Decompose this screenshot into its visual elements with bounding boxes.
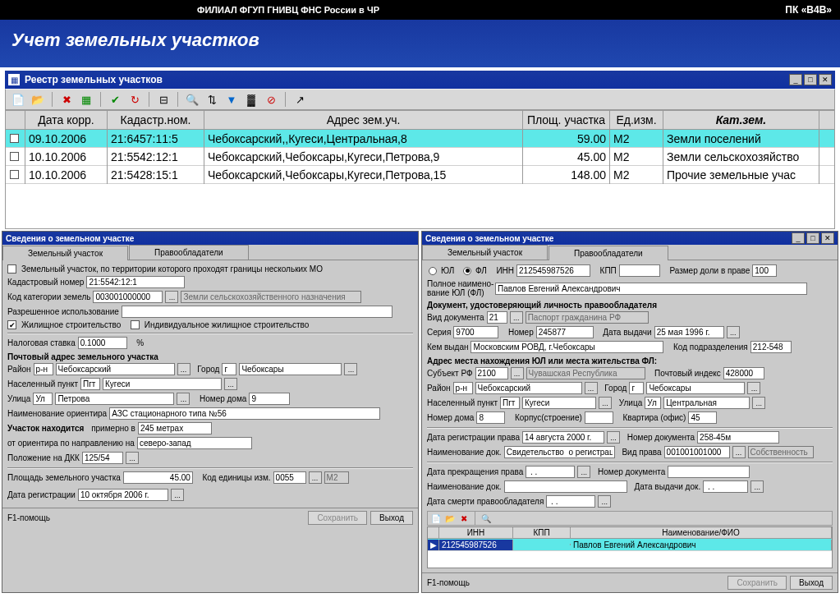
filter-icon[interactable]: ▼: [223, 91, 241, 108]
inp-num[interactable]: [536, 326, 594, 338]
btn-enddocdate[interactable]: ...: [750, 480, 764, 493]
btn-exit-left[interactable]: Выход: [370, 511, 413, 525]
row-checkbox[interactable]: [10, 170, 19, 179]
inp-docname2[interactable]: [504, 446, 615, 458]
m-open[interactable]: 📂: [443, 513, 457, 524]
row-checkbox[interactable]: [10, 134, 19, 143]
inp-dist[interactable]: [138, 422, 212, 434]
cancel-icon[interactable]: ⊘: [262, 91, 280, 108]
inp-share[interactable]: [752, 264, 777, 277]
chk-housing[interactable]: ✔: [7, 320, 16, 329]
color-icon[interactable]: ▓: [242, 91, 260, 108]
find-icon[interactable]: 🔍: [183, 91, 201, 108]
r-inp-np[interactable]: [522, 397, 596, 409]
inp-dir[interactable]: [137, 437, 252, 449]
col-address[interactable]: Адрес зем.уч.: [204, 111, 523, 129]
r-inp-np-pre[interactable]: [500, 397, 520, 409]
btn-save-left[interactable]: Сохранить: [308, 511, 367, 525]
col-date[interactable]: Дата корр.: [25, 111, 108, 129]
btn-save-right[interactable]: Сохранить: [728, 576, 787, 590]
inp-doctype[interactable]: [487, 311, 507, 324]
inp-rtype[interactable]: [664, 446, 730, 458]
btn-issued[interactable]: ...: [727, 326, 740, 338]
inp-enddocnum[interactable]: [668, 466, 750, 478]
mcol-name[interactable]: Наименование/ФИО: [571, 527, 832, 538]
r-close[interactable]: ✕: [821, 232, 834, 244]
inp-docnum[interactable]: [697, 431, 779, 444]
maximize-button[interactable]: □: [804, 74, 817, 85]
btn-city[interactable]: ...: [344, 363, 357, 375]
btn-subj[interactable]: ...: [511, 367, 524, 379]
export-icon[interactable]: ↗: [291, 91, 309, 108]
radio-ul[interactable]: [429, 267, 437, 275]
r-btn-np[interactable]: ...: [599, 397, 612, 409]
col-unit[interactable]: Ед.изм.: [610, 111, 663, 129]
inp-unitcode[interactable]: [273, 471, 306, 484]
btn-rayon[interactable]: ...: [177, 363, 190, 375]
inp-rayon[interactable]: [56, 363, 175, 375]
col-kadnum[interactable]: Кадастр.ном.: [108, 111, 204, 129]
inp-city[interactable]: [239, 363, 342, 375]
inp-orient[interactable]: [109, 407, 380, 420]
row-checkbox[interactable]: [10, 152, 19, 161]
tab-parcel[interactable]: Земельный участок: [2, 246, 128, 260]
mcol-inn[interactable]: ИНН: [439, 527, 513, 538]
m-new[interactable]: 📄: [429, 513, 443, 524]
inp-kpp[interactable]: [619, 264, 660, 277]
r-inp-rayon-pre[interactable]: [453, 382, 473, 394]
r-btn-city[interactable]: ...: [747, 382, 760, 394]
r-maximize[interactable]: □: [806, 232, 819, 244]
inp-rayon-pre[interactable]: [34, 363, 53, 375]
inp-name[interactable]: [495, 283, 807, 295]
r-btn-street[interactable]: ...: [752, 397, 765, 409]
tab-owners[interactable]: Правообладатели: [129, 245, 249, 260]
inp-end[interactable]: [526, 466, 575, 478]
mcol-kpp[interactable]: КПП: [513, 527, 571, 538]
inp-corp[interactable]: [585, 411, 613, 424]
inp-enddocname[interactable]: [504, 480, 627, 493]
inp-subj[interactable]: [475, 367, 508, 379]
close-button[interactable]: ✕: [819, 74, 832, 85]
check-icon[interactable]: ✔: [106, 91, 124, 108]
r-inp-street[interactable]: [663, 397, 750, 409]
inp-city-pre[interactable]: [222, 363, 236, 375]
r-tab-owners[interactable]: Правообладатели: [549, 246, 668, 260]
inp-enddocdate[interactable]: [703, 480, 748, 493]
inp-taxrate[interactable]: [78, 337, 127, 349]
r-btn-rayon[interactable]: ...: [585, 382, 598, 394]
inp-apt[interactable]: [688, 411, 717, 424]
btn-exit-right[interactable]: Выход: [790, 576, 833, 590]
inp-usage[interactable]: [122, 306, 392, 318]
inp-area[interactable]: [123, 471, 193, 484]
inp-zip[interactable]: [723, 367, 764, 379]
r-inp-street-pre[interactable]: [645, 397, 661, 409]
inp-inn[interactable]: [516, 264, 590, 277]
col-category[interactable]: Кат.зем.: [663, 111, 819, 129]
table-row[interactable]: 10.10.200621:5428:15:1Чебоксарский,Чебок…: [6, 166, 834, 184]
sort-icon[interactable]: ⇅: [203, 91, 221, 108]
r-inp-house[interactable]: [476, 411, 505, 424]
delete-icon[interactable]: ✖: [57, 91, 76, 108]
btn-rtype[interactable]: ...: [732, 446, 746, 458]
btn-end[interactable]: ...: [577, 466, 590, 478]
excel-icon[interactable]: ▦: [77, 91, 95, 108]
inp-death[interactable]: [546, 495, 595, 508]
inp-subdiv[interactable]: [750, 341, 792, 353]
m-find[interactable]: 🔍: [480, 513, 493, 524]
btn-catcode-lookup[interactable]: ...: [165, 291, 178, 303]
r-inp-city-pre[interactable]: [629, 382, 644, 394]
inp-ser[interactable]: [453, 326, 498, 338]
minimize-button[interactable]: _: [789, 74, 802, 85]
btn-dkk[interactable]: ...: [126, 452, 139, 464]
inp-street[interactable]: [55, 393, 174, 405]
m-del[interactable]: ✖: [457, 513, 470, 524]
table-row[interactable]: 09.10.200621:6457:11:5Чебоксарский,,Куге…: [6, 130, 834, 148]
btn-death[interactable]: ...: [598, 495, 611, 508]
radio-fl[interactable]: [463, 267, 471, 275]
inp-house[interactable]: [249, 393, 290, 405]
r-inp-city[interactable]: [646, 382, 745, 394]
r-inp-rayon[interactable]: [475, 382, 582, 394]
r-inp-regdate[interactable]: [522, 431, 604, 444]
r-btn-regdate[interactable]: ...: [607, 431, 620, 444]
btn-street[interactable]: ...: [177, 393, 190, 405]
